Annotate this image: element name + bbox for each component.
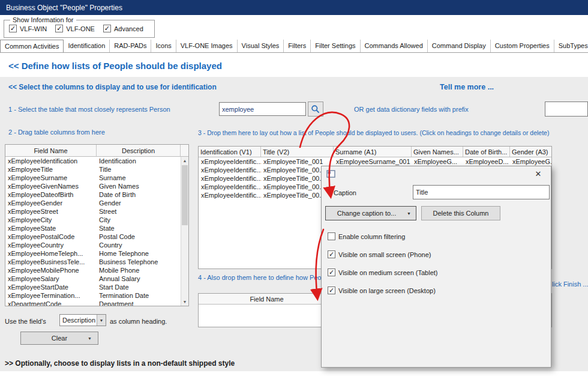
table-cell: Date of Birth [97,190,181,199]
combo-value: Description [60,317,97,324]
table-row[interactable]: xEmployeeGivenNamesGiven Names [5,182,188,190]
tab-vlf-one-images[interactable]: VLF-ONE Images [176,40,238,52]
table-cell: Country [97,241,181,249]
chevron-down-icon: ▼ [88,336,92,341]
checkbox-box: ✓ [328,287,335,294]
table-cell: Annual Salary [97,274,181,283]
table-row[interactable]: xEmployeeTitleTitle [5,165,188,174]
tab-subtypes[interactable]: SubTypes [554,40,588,52]
tab-command-display[interactable]: Command Display [428,40,491,52]
tab-visual-styles[interactable]: Visual Styles [238,40,284,52]
table-cell: xEmployeeCity [5,216,97,224]
column-header[interactable]: Gender (A3) [510,147,552,157]
table-cell: xEmployeeDateofBirth [5,190,97,199]
table-cell: xEmployeeMobilePhone [5,266,97,274]
column-header[interactable]: Surname (A1) [334,147,412,157]
scroll-down-icon[interactable]: ▼ [181,298,188,306]
table-cell: xEmployeeStartDate [5,283,97,291]
column-header[interactable]: Identification (V1) [199,147,261,157]
delete-column-button[interactable]: Delete this Column [421,206,500,220]
checkbox-vlf-one[interactable]: ✓VLF-ONE [55,25,95,32]
table-row[interactable]: xEmployeeStateState [5,224,188,232]
search-button[interactable] [308,102,323,117]
table-cell: xEmployeeIdentific... [199,157,261,166]
table-row[interactable]: xEmployeeHomeTeleph...Home Telephone [5,249,188,258]
table-cell: Identification [97,157,181,165]
tab-icons[interactable]: Icons [151,40,176,52]
tab-identification[interactable]: Identification [64,40,110,52]
table-row[interactable]: xEmployeeDateofBirthDate of Birth [5,190,188,199]
column-header[interactable]: Field Name [5,145,97,156]
table-cell: Given Names [97,182,181,190]
change-caption-button[interactable]: Change caption to... ▼ [325,206,416,220]
step4-label: 4 - Also drop them here to define how Pe… [198,274,325,281]
checkbox-enable-column-filtering[interactable]: Enable column filtering [328,232,437,240]
tab-commands-allowed[interactable]: Commands Allowed [361,40,428,52]
change-caption-label: Change caption to... [337,210,396,217]
checkbox-visible-on-large-screen-desktop-[interactable]: ✓Visible on large screen (Desktop) [328,287,437,294]
column-header[interactable]: Title (V2) [261,147,334,157]
table-row[interactable]: xEmployeeMobilePhoneMobile Phone [5,266,188,274]
table-row[interactable]: xEmployeePostalCodePostal Code [5,232,188,241]
table-cell: xEmployeeIdentific... [199,166,261,174]
tab-custom-properties[interactable]: Custom Properties [491,40,554,52]
column-header[interactable]: Field Name [199,294,335,304]
table-row[interactable]: xEmployeeStartDateStart Date [5,283,188,291]
column-header[interactable]: Given Names... [412,147,463,157]
caption-input[interactable] [413,185,550,199]
table-cell: xEmployeeG... [412,157,463,166]
table-cell: xEmployeeTitle_001 [261,157,334,166]
checkbox-visible-on-medium-screen-tablet-[interactable]: ✓Visible on medium screen (Tablet) [328,268,437,276]
table-row[interactable]: xEmployeeSurnameSurname [5,174,188,182]
table-row[interactable]: xDepartmentCodeDepartment [5,300,188,306]
table-row[interactable]: xEmployeeCityCity [5,216,188,224]
table-cell: Title [97,165,181,174]
tab-filters[interactable]: Filters [284,40,311,52]
tab-filter-settings[interactable]: Filter Settings [311,40,360,52]
scrollbar-thumb[interactable] [182,165,188,225]
tab-rad-pads[interactable]: RAD-PADs [110,40,151,52]
checkbox-visible-on-small-screen-phone-[interactable]: ✓Visible on small screen (Phone) [328,250,437,258]
checkbox-vlf-win[interactable]: ✓VLF-WIN [9,25,47,32]
table-cell: City [97,216,181,224]
table-row[interactable]: xEmployeeCountryCountry [5,241,188,249]
checkbox-box: ✓ [103,25,111,32]
table-row[interactable]: xEmployeeSalaryAnnual Salary [5,274,188,283]
table-cell: xEmployeeHomeTeleph... [5,249,97,258]
column-header[interactable]: Date of Birth... [463,147,510,157]
table-cell: Street [97,207,181,216]
column-heading-combo[interactable]: Description ▼ [59,314,106,326]
scroll-up-icon[interactable]: ▲ [181,157,188,165]
table-cell: xEmployeeSurname [5,174,97,182]
close-icon[interactable]: ✕ [530,166,546,182]
tab-common-activities[interactable]: Common Activities [0,40,64,53]
table-cell: xEmployeeIdentific... [199,191,261,199]
window-title-bar: Business Object "People" Properties [0,0,588,15]
table-cell: xEmployeeD... [463,157,510,166]
scrollbar[interactable]: ▲ ▼ [181,157,188,306]
step1-label: 1 - Select the table that most closely r… [8,106,170,113]
table-row[interactable]: xEmployeeIdentific...xEmployeeTitle_001x… [199,157,551,166]
clear-button[interactable]: Clear ▼ [20,332,98,345]
source-table-header: Field NameDescription [5,145,188,157]
prefix-input[interactable] [545,102,588,117]
checkbox-label: Enable column filtering [338,233,405,240]
table-cell: xEmployeeSurname_001 [334,157,412,166]
step3-label: 3 - Drop them here to lay out how a list… [198,129,549,136]
table-row[interactable]: xEmployeeGenderGender [5,199,188,207]
table-cell: Postal Code [97,232,181,241]
table-name-input[interactable] [219,102,306,116]
checkbox-label: Visible on large screen (Desktop) [338,287,436,294]
source-table-body: xEmployeeIdentificationIdentificationxEm… [5,157,188,306]
table-row[interactable]: xEmployeeIdentificationIdentification [5,157,188,165]
table-cell: xEmployeeIdentific... [199,183,261,191]
table-cell: xEmployeeTitle [5,165,97,174]
table-row[interactable]: xEmployeeTermination...Termination Date [5,291,188,300]
tell-me-more-link[interactable]: Tell me more ... [440,83,494,91]
column-header[interactable]: Description [97,145,181,156]
table-row[interactable]: xEmployeeStreetStreet [5,207,188,216]
checkbox-advanced[interactable]: ✓Advanced [103,25,143,32]
table-cell: xEmployeeState [5,224,97,232]
table-row[interactable]: xEmployeeBusinessTele...Business Telepho… [5,258,188,266]
dialog-title-bar: ✕ [322,166,551,182]
